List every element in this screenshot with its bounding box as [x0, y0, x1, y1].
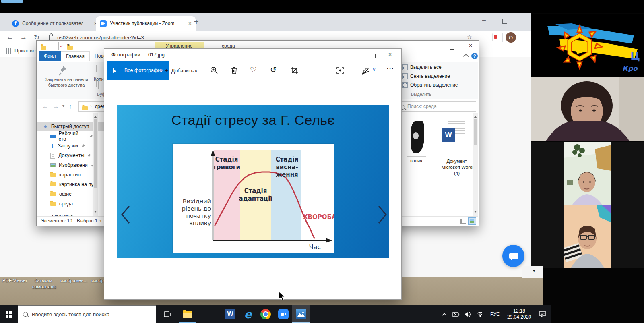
stage2-label-line1: Стадія	[244, 187, 267, 195]
scroll-up-icon[interactable]	[94, 114, 97, 118]
participant-video-1[interactable]	[531, 77, 644, 141]
tab-close-icon[interactable]: ×	[188, 20, 192, 27]
sidebar-item-downloads[interactable]: ↓Загрузки	[50, 141, 85, 150]
desktop-icon-batkam[interactable]: батькам	[35, 278, 52, 283]
details-view-icon[interactable]	[460, 219, 466, 224]
bookmark-star-icon[interactable]: ☆	[467, 34, 472, 40]
delete-icon[interactable]	[230, 66, 239, 75]
apps-grid-icon[interactable]	[6, 48, 11, 54]
select-all-button[interactable]: Выделить все	[402, 64, 442, 70]
explorer-search-box[interactable]: Поиск: среда	[396, 101, 476, 112]
battery-icon[interactable]	[450, 305, 462, 323]
quick-access-folder-icon[interactable]	[41, 46, 46, 50]
content-scrollbar[interactable]	[473, 113, 478, 216]
nav-back-icon[interactable]: ←	[42, 103, 48, 110]
more-options-icon[interactable]: ···	[387, 65, 394, 72]
sidebar-item-sreda[interactable]: среда	[50, 199, 73, 208]
photos-close-button[interactable]: ×	[388, 51, 392, 58]
taskbar-zoom-button[interactable]	[275, 305, 292, 323]
language-indicator[interactable]: РУС	[486, 311, 504, 317]
taskbar-word-button[interactable]: W	[221, 305, 239, 323]
scroll-thumb[interactable]	[94, 119, 97, 188]
desktop-icon-pdf-viewer[interactable]: PDF-Viewer	[2, 278, 27, 283]
add-to-button[interactable]: +Добавить к	[165, 67, 197, 74]
explorer-minimize-button[interactable]: –	[431, 42, 434, 49]
recent-locations-icon[interactable]: ▾	[62, 104, 64, 108]
sidebar-item-documents[interactable]: Документы	[50, 151, 91, 160]
help-icon[interactable]: ?	[471, 53, 478, 59]
properties-doc-icon[interactable]: ✓	[58, 42, 59, 50]
edit-dropdown-icon[interactable]: ∨	[372, 67, 376, 72]
taskbar-photos-button[interactable]	[292, 305, 310, 323]
tray-chevron-up-icon[interactable]	[439, 305, 450, 323]
tab-facebook-message[interactable]: f Сообщение от пользователя А ×	[8, 16, 101, 31]
task-view-button[interactable]	[158, 305, 175, 323]
scroll-thumb[interactable]	[474, 119, 477, 145]
crop-icon[interactable]	[290, 66, 299, 75]
sidebar-item-pictures[interactable]: Изображени	[50, 161, 95, 170]
invert-selection-button[interactable]: Обратить выделение	[402, 82, 458, 88]
sidebar-item-desktop[interactable]: Рабочий сто	[50, 132, 93, 141]
desktop-icon-izobrazhen[interactable]: изображен...	[60, 278, 87, 283]
taskbar-explorer-button[interactable]	[179, 305, 196, 323]
monitor-icon	[50, 135, 56, 138]
rotate-icon[interactable]: ↺	[270, 65, 277, 74]
browser-maximize-button[interactable]	[502, 18, 507, 25]
tab-zoom-participant[interactable]: Участник публикации - Zoom ×	[96, 16, 196, 31]
edit-icon[interactable]	[361, 66, 370, 75]
thumbnail-view-icon[interactable]	[468, 217, 476, 225]
profile-avatar[interactable]: O	[506, 32, 516, 43]
focus-scan-icon[interactable]	[336, 66, 345, 75]
sidebar-item-kartinka[interactable]: картинка на пуб	[50, 180, 97, 189]
extension-icon[interactable]	[492, 33, 493, 41]
tab-home[interactable]: Главная	[61, 51, 90, 61]
explorer-maximize-button[interactable]	[450, 44, 454, 51]
baseline-label-line2: рівень до	[182, 205, 211, 212]
scroll-up-icon[interactable]	[474, 114, 477, 118]
new-tab-button[interactable]: +	[194, 17, 199, 27]
start-button[interactable]	[0, 305, 18, 323]
sidebar-item-ofis[interactable]: офис	[50, 190, 71, 199]
zoom-icon[interactable]	[210, 66, 219, 75]
next-photo-button[interactable]	[377, 205, 388, 225]
qat-dropdown-icon[interactable]: ▾	[67, 43, 69, 47]
browser-minimize-button[interactable]: –	[482, 17, 486, 24]
clear-selection-button[interactable]: Снять выделение	[402, 73, 450, 79]
ribbon-collapse-icon[interactable]	[463, 54, 469, 59]
desktop-icon-samoanaliz[interactable]: самоаналіз	[32, 284, 56, 289]
participant-video-3[interactable]	[531, 205, 644, 268]
photos-maximize-button[interactable]	[371, 53, 376, 60]
forward-icon[interactable]: →	[20, 33, 27, 41]
all-photos-button[interactable]: Все фотографии	[107, 61, 169, 80]
photos-minimize-button[interactable]: –	[351, 51, 355, 58]
tab-file[interactable]: Файл	[39, 51, 61, 61]
participant-video-2[interactable]	[531, 142, 644, 205]
word-file-icon[interactable]: W	[446, 119, 468, 150]
apps-label[interactable]: Приложен	[14, 48, 38, 54]
taskbar-search-input[interactable]: Введите здесь текст для поиска	[18, 305, 156, 323]
back-icon[interactable]: ←	[6, 33, 13, 41]
participant-video-logo[interactable]: Ц Кро	[531, 14, 644, 77]
explorer-close-button[interactable]: ×	[469, 42, 472, 49]
chat-bubble-button[interactable]	[502, 245, 524, 267]
volume-icon[interactable]	[462, 305, 474, 323]
previous-photo-button[interactable]	[120, 205, 131, 225]
video-collapse-strip: ▾	[522, 266, 543, 278]
explorer-search-placeholder: Поиск: среда	[407, 104, 437, 109]
file-thumbnail[interactable]	[407, 118, 426, 157]
url-input[interactable]: us02web.zoom.us/postattendee?id=3	[57, 35, 144, 41]
collapse-video-icon[interactable]: ▾	[533, 268, 535, 273]
sidebar-item-karantin[interactable]: карантин	[50, 170, 80, 179]
pin-to-quick-access-button[interactable]: Закрепить на панели быстрого доступа	[40, 77, 93, 88]
sidebar-scrollbar[interactable]	[93, 113, 98, 216]
taskbar-edge-button[interactable]: e	[239, 305, 257, 323]
taskbar-chrome-button[interactable]	[257, 305, 275, 323]
clock[interactable]: 12:18 29.04.2020	[504, 308, 535, 320]
nav-up-icon[interactable]: ↑	[69, 103, 72, 110]
scroll-down-icon[interactable]	[94, 211, 97, 214]
scroll-down-icon[interactable]	[474, 211, 477, 214]
nav-forward-icon[interactable]: →	[53, 103, 59, 110]
notification-center-icon[interactable]	[535, 305, 551, 323]
wifi-icon[interactable]	[474, 305, 486, 323]
favorite-heart-icon[interactable]: ♡	[250, 65, 257, 74]
